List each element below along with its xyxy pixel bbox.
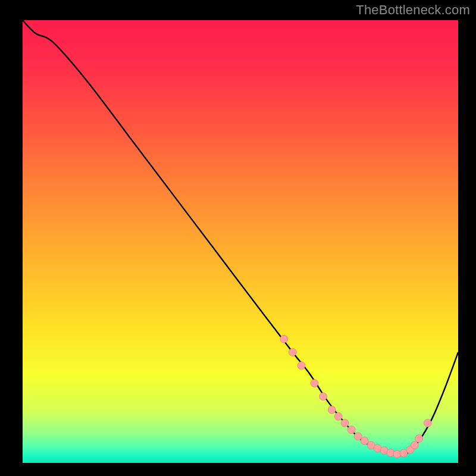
marker-dot xyxy=(328,406,336,414)
marker-dot xyxy=(361,437,368,444)
marker-dot xyxy=(311,380,318,387)
attribution-label: TheBottleneck.com xyxy=(356,2,470,18)
marker-dot xyxy=(387,449,394,456)
marker-dot xyxy=(347,426,355,434)
bottleneck-plot xyxy=(0,0,476,476)
marker-dot xyxy=(320,393,327,400)
gradient-background xyxy=(23,20,458,463)
marker-dot xyxy=(280,335,288,343)
marker-dot xyxy=(411,441,418,449)
marker-dot xyxy=(354,433,362,440)
marker-dot xyxy=(298,362,305,369)
marker-dot xyxy=(289,349,296,356)
marker-dot xyxy=(334,412,342,420)
chart-container: TheBottleneck.com xyxy=(0,0,476,476)
marker-dot xyxy=(415,435,423,443)
marker-dot xyxy=(424,419,431,427)
marker-dot xyxy=(341,419,349,427)
